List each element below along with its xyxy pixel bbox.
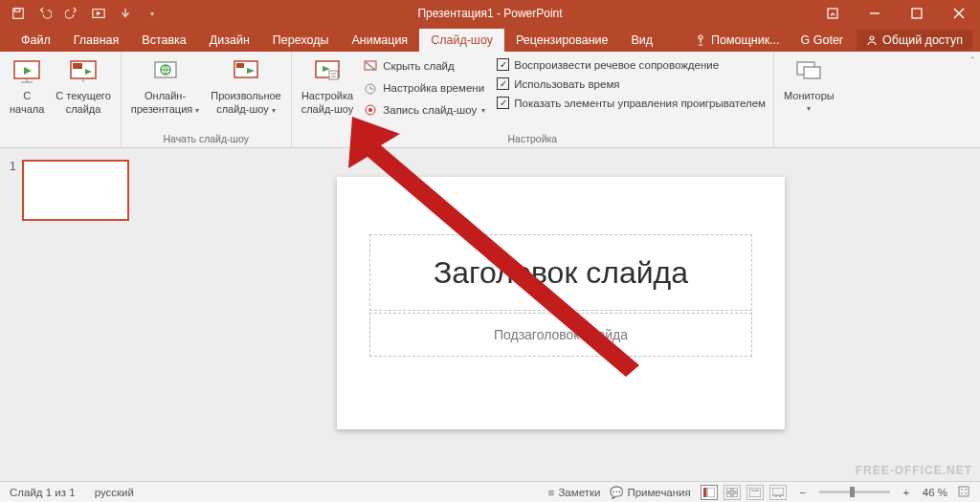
custom-slideshow-button[interactable]: Произвольное слайд-шоу ▾ bbox=[205, 55, 286, 117]
group-label-start: Начать слайд-шоу bbox=[125, 133, 287, 146]
svg-rect-50 bbox=[959, 487, 969, 496]
play-narrations-checkbox[interactable]: ✓ Воспроизвести речевое сопровождение bbox=[493, 56, 769, 73]
hide-slide-icon bbox=[363, 58, 378, 74]
svg-point-35 bbox=[368, 108, 372, 112]
slideshow-view-button[interactable] bbox=[769, 485, 787, 500]
tell-me-box[interactable]: Помощник... bbox=[688, 29, 788, 52]
slide[interactable]: Заголовок слайда Подзаголовок слайда bbox=[337, 177, 785, 429]
record-slideshow-button[interactable]: Запись слайд-шоу ▾ bbox=[359, 100, 489, 120]
monitors-icon bbox=[793, 56, 824, 87]
ribbon-group-start: С начала С текущего слайда bbox=[0, 52, 122, 147]
tab-view[interactable]: Вид bbox=[619, 29, 664, 52]
tab-transitions[interactable]: Переходы bbox=[261, 29, 341, 52]
from-current-icon bbox=[68, 56, 99, 87]
zoom-slider[interactable] bbox=[819, 491, 890, 493]
show-media-controls-checkbox[interactable]: ✓ Показать элементы управления проигрыва… bbox=[493, 95, 769, 111]
language-indicator[interactable]: русский bbox=[85, 487, 144, 498]
chevron-down-icon: ▾ bbox=[807, 104, 811, 114]
present-online-icon bbox=[150, 56, 181, 87]
svg-line-30 bbox=[366, 62, 375, 70]
window-controls bbox=[812, 0, 980, 27]
tab-home[interactable]: Главная bbox=[62, 29, 131, 52]
minimize-button[interactable] bbox=[854, 0, 896, 27]
collapse-ribbon-icon[interactable]: ˆ bbox=[965, 52, 980, 147]
chevron-down-icon: ▾ bbox=[272, 106, 276, 115]
notes-button[interactable]: ≡ Заметки bbox=[548, 487, 601, 498]
sorter-view-button[interactable] bbox=[724, 485, 741, 500]
zoom-level[interactable]: 46 % bbox=[923, 487, 947, 498]
subtitle-placeholder[interactable]: Подзаголовок слайда bbox=[369, 313, 752, 357]
group-label-setup: Настройка bbox=[296, 133, 769, 146]
normal-view-button[interactable] bbox=[701, 485, 718, 500]
maximize-button[interactable] bbox=[896, 0, 938, 27]
qat-customize-icon[interactable]: ▾ bbox=[145, 7, 159, 20]
present-online-button[interactable]: Онлайн- презентация ▾ bbox=[125, 55, 206, 117]
rehearse-timings-button[interactable]: Настройка времени bbox=[359, 78, 489, 98]
comments-icon: 💬 bbox=[610, 486, 623, 499]
undo-icon[interactable] bbox=[38, 7, 52, 20]
svg-rect-45 bbox=[749, 488, 761, 497]
content-area: 1 Заголовок слайда Подзаголовок слайда bbox=[0, 148, 980, 481]
slide-canvas[interactable]: Заголовок слайда Подзаголовок слайда bbox=[142, 148, 980, 481]
svg-rect-37 bbox=[804, 67, 820, 78]
redo-icon[interactable] bbox=[65, 7, 78, 20]
tab-insert[interactable]: Вставка bbox=[130, 29, 197, 52]
slide-thumbnails-panel[interactable]: 1 bbox=[0, 148, 142, 481]
use-timings-checkbox[interactable]: ✓ Использовать время bbox=[493, 76, 769, 92]
ribbon-group-start-2: Онлайн- презентация ▾ Произвольное слайд… bbox=[122, 52, 292, 147]
fit-to-window-button[interactable] bbox=[957, 485, 970, 500]
from-beginning-icon bbox=[11, 56, 42, 87]
view-buttons bbox=[701, 485, 787, 500]
hide-slide-button[interactable]: Скрыть слайд bbox=[359, 56, 489, 76]
zoom-out-button[interactable]: − bbox=[796, 487, 810, 498]
checkbox-checked-icon: ✓ bbox=[497, 58, 509, 71]
svg-rect-15 bbox=[73, 63, 82, 69]
save-icon[interactable] bbox=[11, 7, 25, 20]
svg-point-9 bbox=[870, 36, 874, 40]
svg-rect-40 bbox=[707, 488, 715, 497]
checkbox-checked-icon: ✓ bbox=[497, 77, 509, 90]
clock-icon bbox=[363, 80, 378, 96]
ribbon-options-icon[interactable] bbox=[812, 0, 854, 27]
tab-slideshow[interactable]: Слайд-шоу bbox=[419, 29, 504, 52]
slide-counter[interactable]: Слайд 1 из 1 bbox=[0, 487, 85, 498]
touch-mode-icon[interactable] bbox=[119, 7, 132, 20]
user-name[interactable]: G Goter bbox=[793, 29, 851, 52]
from-current-button[interactable]: С текущего слайда bbox=[50, 55, 116, 117]
svg-rect-42 bbox=[733, 488, 738, 491]
reading-view-button[interactable] bbox=[746, 485, 764, 500]
start-from-beginning-icon[interactable] bbox=[92, 7, 105, 20]
quick-access-toolbar: ▾ bbox=[0, 7, 159, 20]
watermark: FREE-OFFICE.NET bbox=[856, 464, 972, 477]
ribbon-group-monitors: Мониторы ▾ bbox=[774, 52, 844, 147]
comments-button[interactable]: 💬 Примечания bbox=[610, 486, 690, 499]
svg-rect-41 bbox=[726, 488, 731, 491]
svg-rect-47 bbox=[772, 488, 784, 495]
tab-review[interactable]: Рецензирование bbox=[504, 29, 620, 52]
tab-file[interactable]: Файл bbox=[10, 29, 62, 52]
thumbnail-number: 1 bbox=[10, 160, 16, 221]
ribbon: С начала С текущего слайда Онлайн- презе… bbox=[0, 52, 980, 148]
status-bar: Слайд 1 из 1 русский ≡ Заметки 💬 Примеча… bbox=[0, 481, 980, 502]
thumbnail-preview[interactable] bbox=[22, 160, 129, 221]
close-button[interactable] bbox=[938, 0, 980, 27]
tab-animations[interactable]: Анимация bbox=[340, 29, 419, 52]
title-placeholder[interactable]: Заголовок слайда bbox=[369, 234, 752, 311]
monitors-button[interactable]: Мониторы ▾ bbox=[778, 55, 840, 114]
share-button[interactable]: Общий доступ bbox=[857, 30, 972, 51]
setup-slideshow-button[interactable]: Настройка слайд-шоу bbox=[296, 55, 360, 117]
svg-rect-43 bbox=[726, 493, 731, 497]
ribbon-group-setup: Настройка слайд-шоу Скрыть слайд Настрой… bbox=[292, 52, 774, 147]
tab-design[interactable]: Дизайн bbox=[198, 29, 261, 52]
zoom-in-button[interactable]: + bbox=[900, 487, 913, 498]
chevron-down-icon: ▾ bbox=[481, 106, 485, 115]
chevron-down-icon: ▾ bbox=[195, 106, 199, 115]
svg-rect-1 bbox=[15, 9, 20, 12]
titlebar: ▾ Презентация1 - PowerPoint bbox=[0, 0, 980, 27]
tell-me-label: Помощник... bbox=[711, 33, 780, 47]
from-beginning-button[interactable]: С начала bbox=[4, 55, 50, 117]
svg-rect-22 bbox=[236, 63, 244, 68]
thumbnail-1[interactable]: 1 bbox=[10, 160, 132, 221]
setup-slideshow-icon bbox=[312, 56, 343, 87]
ribbon-tabs: Файл Главная Вставка Дизайн Переходы Ани… bbox=[0, 27, 980, 52]
